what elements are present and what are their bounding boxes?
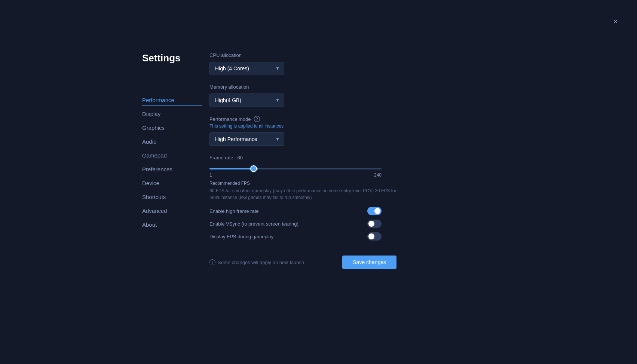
toggle-display-fps-knob — [368, 233, 374, 239]
toggle-vsync[interactable] — [367, 220, 382, 228]
cpu-allocation-section: CPU allocation Low (1 Core) Medium (2 Co… — [209, 52, 396, 75]
cpu-allocation-dropdown[interactable]: Low (1 Core) Medium (2 Cores) High (4 Co… — [209, 62, 284, 75]
memory-allocation-section: Memory allocation Low(1 GB) Medium(2 GB)… — [209, 84, 396, 107]
frame-rate-section: Frame rate : 60 1 240 — [209, 155, 396, 178]
close-button[interactable]: ✕ — [612, 18, 619, 25]
slider-max-label: 240 — [374, 172, 382, 178]
toggle-row-high-frame-rate: Enable high frame rate — [209, 207, 382, 215]
sidebar-item-gamepad[interactable]: Gamepad — [142, 149, 202, 162]
frame-rate-slider[interactable] — [209, 168, 382, 169]
slider-range-labels: 1 240 — [209, 172, 382, 178]
sidebar-item-advanced[interactable]: Advanced — [142, 205, 202, 217]
footer-row: i Some changes will apply on next launch… — [209, 250, 396, 269]
recommended-fps-title: Recommended FPS — [209, 181, 396, 186]
recommended-fps-section: Recommended FPS 60 FPS for smoother game… — [209, 181, 396, 201]
memory-allocation-label: Memory allocation — [209, 84, 396, 90]
performance-mode-dropdown-wrapper: Balanced High Performance Ultra Performa… — [209, 132, 284, 146]
settings-left: Settings Performance Display Graphics Au… — [142, 52, 202, 269]
toggle-row-display-fps: Display FPS during gameplay — [209, 232, 382, 241]
toggle-display-fps[interactable] — [367, 232, 382, 241]
toggle-vsync-label: Enable VSync (to prevent screen tearing) — [209, 221, 298, 227]
frame-rate-label: Frame rate : 60 — [209, 155, 396, 160]
toggle-rows-container: Enable high frame rate Enable VSync (to … — [209, 207, 382, 241]
slider-min-label: 1 — [209, 172, 212, 178]
performance-mode-subtitle: This setting is applied to all instances — [209, 123, 396, 129]
cpu-allocation-dropdown-wrapper: Low (1 Core) Medium (2 Cores) High (4 Co… — [209, 62, 284, 75]
sidebar-item-audio[interactable]: Audio — [142, 135, 202, 148]
sidebar: Performance Display Graphics Audio Gamep… — [142, 76, 202, 231]
sidebar-item-graphics[interactable]: Graphics — [142, 122, 202, 134]
sidebar-item-shortcuts[interactable]: Shortcuts — [142, 191, 202, 203]
cpu-allocation-label: CPU allocation — [209, 52, 396, 58]
sidebar-item-display[interactable]: Display — [142, 108, 202, 120]
sidebar-item-performance[interactable]: Performance — [142, 94, 202, 106]
performance-mode-label: Performance mode — [209, 116, 251, 122]
performance-mode-label-row: Performance mode ? — [209, 116, 396, 122]
toggle-high-frame-rate-knob — [374, 208, 380, 214]
footer-info-icon: i — [209, 259, 215, 265]
toggle-row-vsync: Enable VSync (to prevent screen tearing) — [209, 220, 382, 228]
memory-allocation-dropdown-wrapper: Low(1 GB) Medium(2 GB) High(4 GB) Ultra(… — [209, 94, 284, 107]
footer-note: i Some changes will apply on next launch — [209, 259, 304, 265]
sidebar-item-preferences[interactable]: Preferences — [142, 163, 202, 175]
footer-note-text: Some changes will apply on next launch — [218, 260, 304, 265]
toggle-high-frame-rate-label: Enable high frame rate — [209, 208, 259, 214]
performance-mode-help-icon[interactable]: ? — [254, 116, 260, 122]
toggle-high-frame-rate[interactable] — [367, 207, 382, 215]
performance-mode-section: Performance mode ? This setting is appli… — [209, 116, 396, 146]
toggle-display-fps-label: Display FPS during gameplay — [209, 234, 273, 239]
toggle-vsync-knob — [368, 221, 374, 227]
settings-title: Settings — [142, 52, 202, 64]
sidebar-item-about[interactable]: About — [142, 218, 202, 231]
memory-allocation-dropdown[interactable]: Low(1 GB) Medium(2 GB) High(4 GB) Ultra(… — [209, 94, 284, 107]
content-panel: CPU allocation Low (1 Core) Medium (2 Co… — [202, 52, 396, 269]
recommended-fps-description: 60 FPS for smoother gameplay (may effect… — [209, 187, 396, 201]
performance-mode-dropdown[interactable]: Balanced High Performance Ultra Performa… — [209, 132, 284, 146]
sidebar-item-device[interactable]: Device — [142, 177, 202, 189]
slider-container: 1 240 — [209, 164, 382, 178]
settings-container: Settings Performance Display Graphics Au… — [142, 52, 396, 269]
save-changes-button[interactable]: Save changes — [342, 256, 396, 269]
